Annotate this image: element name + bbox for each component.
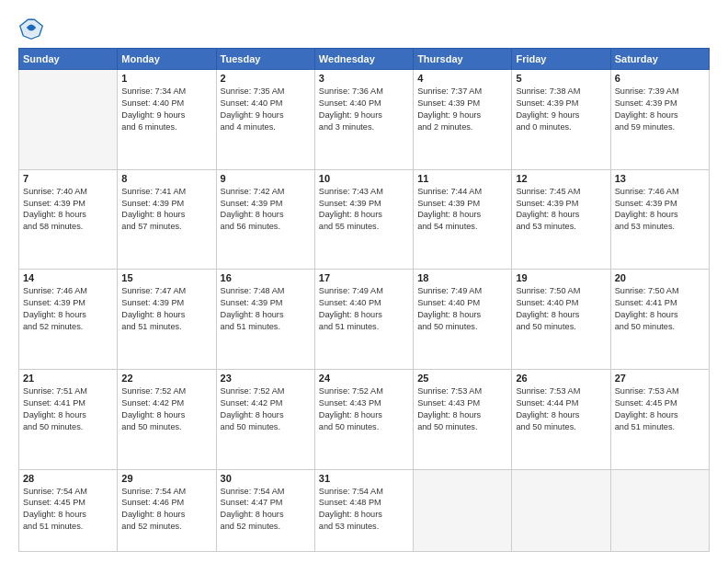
- day-info: Sunrise: 7:50 AM Sunset: 4:41 PM Dayligh…: [615, 285, 705, 333]
- day-info: Sunrise: 7:36 AM Sunset: 4:40 PM Dayligh…: [319, 86, 409, 133]
- day-info: Sunrise: 7:54 AM Sunset: 4:45 PM Dayligh…: [23, 486, 113, 534]
- day-info: Sunrise: 7:41 AM Sunset: 4:39 PM Dayligh…: [121, 186, 211, 234]
- day-info: Sunrise: 7:54 AM Sunset: 4:46 PM Dayligh…: [121, 486, 211, 534]
- day-info: Sunrise: 7:49 AM Sunset: 4:40 PM Dayligh…: [417, 285, 507, 333]
- day-number: 15: [121, 272, 211, 283]
- day-number: 1: [121, 73, 211, 84]
- day-number: 24: [319, 373, 409, 384]
- day-number: 4: [417, 73, 507, 84]
- weekday-header-wednesday: Wednesday: [314, 49, 413, 70]
- day-info: Sunrise: 7:47 AM Sunset: 4:39 PM Dayligh…: [121, 285, 211, 333]
- calendar-cell: 16Sunrise: 7:48 AM Sunset: 4:39 PM Dayli…: [216, 270, 314, 370]
- day-number: 20: [615, 272, 705, 283]
- calendar-cell: 15Sunrise: 7:47 AM Sunset: 4:39 PM Dayli…: [118, 270, 216, 370]
- day-number: 31: [319, 473, 409, 484]
- day-number: 9: [221, 173, 311, 184]
- calendar-cell: 7Sunrise: 7:40 AM Sunset: 4:39 PM Daylig…: [19, 169, 118, 270]
- day-number: 16: [221, 272, 311, 283]
- calendar-cell: 14Sunrise: 7:46 AM Sunset: 4:39 PM Dayli…: [19, 270, 118, 370]
- day-number: 25: [417, 373, 507, 384]
- calendar-cell: 19Sunrise: 7:50 AM Sunset: 4:40 PM Dayli…: [512, 270, 610, 370]
- weekday-header-tuesday: Tuesday: [216, 49, 314, 70]
- day-info: Sunrise: 7:44 AM Sunset: 4:39 PM Dayligh…: [417, 186, 507, 234]
- weekday-header-saturday: Saturday: [610, 49, 709, 70]
- day-number: 27: [615, 373, 705, 384]
- calendar-cell: 21Sunrise: 7:51 AM Sunset: 4:41 PM Dayli…: [19, 369, 118, 469]
- calendar-cell: 10Sunrise: 7:43 AM Sunset: 4:39 PM Dayli…: [314, 169, 413, 270]
- calendar-cell: 30Sunrise: 7:54 AM Sunset: 4:47 PM Dayli…: [216, 469, 314, 552]
- day-info: Sunrise: 7:46 AM Sunset: 4:39 PM Dayligh…: [23, 285, 113, 333]
- calendar-cell: 18Sunrise: 7:49 AM Sunset: 4:40 PM Dayli…: [414, 270, 512, 370]
- day-number: 2: [221, 73, 311, 84]
- day-info: Sunrise: 7:53 AM Sunset: 4:44 PM Dayligh…: [516, 385, 606, 433]
- day-number: 29: [121, 473, 211, 484]
- day-info: Sunrise: 7:52 AM Sunset: 4:42 PM Dayligh…: [221, 385, 311, 433]
- day-info: Sunrise: 7:51 AM Sunset: 4:41 PM Dayligh…: [23, 385, 113, 433]
- calendar-cell: 20Sunrise: 7:50 AM Sunset: 4:41 PM Dayli…: [610, 270, 709, 370]
- calendar-cell: 24Sunrise: 7:52 AM Sunset: 4:43 PM Dayli…: [314, 369, 413, 469]
- logo: [18, 15, 48, 40]
- calendar-cell: [414, 469, 512, 552]
- day-info: Sunrise: 7:35 AM Sunset: 4:40 PM Dayligh…: [221, 86, 311, 133]
- day-number: 6: [615, 73, 705, 84]
- day-info: Sunrise: 7:54 AM Sunset: 4:47 PM Dayligh…: [221, 486, 311, 534]
- calendar-cell: 8Sunrise: 7:41 AM Sunset: 4:39 PM Daylig…: [118, 169, 216, 270]
- day-info: Sunrise: 7:38 AM Sunset: 4:39 PM Dayligh…: [516, 86, 606, 133]
- day-info: Sunrise: 7:50 AM Sunset: 4:40 PM Dayligh…: [516, 285, 606, 333]
- day-number: 7: [23, 173, 113, 184]
- day-info: Sunrise: 7:34 AM Sunset: 4:40 PM Dayligh…: [121, 86, 211, 133]
- calendar-cell: 28Sunrise: 7:54 AM Sunset: 4:45 PM Dayli…: [19, 469, 118, 552]
- day-number: 11: [417, 173, 507, 184]
- day-number: 21: [23, 373, 113, 384]
- day-number: 14: [23, 272, 113, 283]
- day-info: Sunrise: 7:53 AM Sunset: 4:43 PM Dayligh…: [417, 385, 507, 433]
- day-number: 26: [516, 373, 606, 384]
- calendar-cell: [512, 469, 610, 552]
- day-number: 5: [516, 73, 606, 84]
- calendar-cell: 4Sunrise: 7:37 AM Sunset: 4:39 PM Daylig…: [414, 70, 512, 170]
- day-info: Sunrise: 7:39 AM Sunset: 4:39 PM Dayligh…: [615, 86, 705, 133]
- calendar-cell: 25Sunrise: 7:53 AM Sunset: 4:43 PM Dayli…: [414, 369, 512, 469]
- calendar-cell: 1Sunrise: 7:34 AM Sunset: 4:40 PM Daylig…: [118, 70, 216, 170]
- calendar-cell: [610, 469, 709, 552]
- calendar-cell: 29Sunrise: 7:54 AM Sunset: 4:46 PM Dayli…: [118, 469, 216, 552]
- calendar-cell: 6Sunrise: 7:39 AM Sunset: 4:39 PM Daylig…: [610, 70, 709, 170]
- weekday-header-sunday: Sunday: [19, 49, 118, 70]
- day-number: 22: [121, 373, 211, 384]
- calendar-cell: 27Sunrise: 7:53 AM Sunset: 4:45 PM Dayli…: [610, 369, 709, 469]
- day-info: Sunrise: 7:43 AM Sunset: 4:39 PM Dayligh…: [319, 186, 409, 234]
- calendar-cell: 17Sunrise: 7:49 AM Sunset: 4:40 PM Dayli…: [314, 270, 413, 370]
- day-number: 19: [516, 272, 606, 283]
- calendar-cell: 9Sunrise: 7:42 AM Sunset: 4:39 PM Daylig…: [216, 169, 314, 270]
- calendar-cell: 2Sunrise: 7:35 AM Sunset: 4:40 PM Daylig…: [216, 70, 314, 170]
- calendar-week-row: 14Sunrise: 7:46 AM Sunset: 4:39 PM Dayli…: [19, 270, 710, 370]
- calendar-cell: 13Sunrise: 7:46 AM Sunset: 4:39 PM Dayli…: [610, 169, 709, 270]
- calendar-cell: 12Sunrise: 7:45 AM Sunset: 4:39 PM Dayli…: [512, 169, 610, 270]
- day-info: Sunrise: 7:37 AM Sunset: 4:39 PM Dayligh…: [417, 86, 507, 133]
- calendar-week-row: 1Sunrise: 7:34 AM Sunset: 4:40 PM Daylig…: [19, 70, 710, 170]
- day-number: 28: [23, 473, 113, 484]
- day-info: Sunrise: 7:45 AM Sunset: 4:39 PM Dayligh…: [516, 186, 606, 234]
- day-number: 8: [121, 173, 211, 184]
- weekday-header-row: SundayMondayTuesdayWednesdayThursdayFrid…: [19, 49, 710, 70]
- day-info: Sunrise: 7:49 AM Sunset: 4:40 PM Dayligh…: [319, 285, 409, 333]
- header: [18, 15, 710, 40]
- day-number: 10: [319, 173, 409, 184]
- day-info: Sunrise: 7:52 AM Sunset: 4:43 PM Dayligh…: [319, 385, 409, 433]
- page-container: SundayMondayTuesdayWednesdayThursdayFrid…: [0, 0, 728, 563]
- day-info: Sunrise: 7:42 AM Sunset: 4:39 PM Dayligh…: [221, 186, 311, 234]
- calendar-cell: 23Sunrise: 7:52 AM Sunset: 4:42 PM Dayli…: [216, 369, 314, 469]
- calendar-week-row: 7Sunrise: 7:40 AM Sunset: 4:39 PM Daylig…: [19, 169, 710, 270]
- calendar-cell: 22Sunrise: 7:52 AM Sunset: 4:42 PM Dayli…: [118, 369, 216, 469]
- day-number: 30: [221, 473, 311, 484]
- day-info: Sunrise: 7:46 AM Sunset: 4:39 PM Dayligh…: [615, 186, 705, 234]
- calendar-cell: 5Sunrise: 7:38 AM Sunset: 4:39 PM Daylig…: [512, 70, 610, 170]
- calendar-cell: [19, 70, 118, 170]
- calendar-cell: 11Sunrise: 7:44 AM Sunset: 4:39 PM Dayli…: [414, 169, 512, 270]
- day-number: 3: [319, 73, 409, 84]
- weekday-header-friday: Friday: [512, 49, 610, 70]
- weekday-header-monday: Monday: [118, 49, 216, 70]
- day-info: Sunrise: 7:54 AM Sunset: 4:48 PM Dayligh…: [319, 486, 409, 534]
- calendar-cell: 26Sunrise: 7:53 AM Sunset: 4:44 PM Dayli…: [512, 369, 610, 469]
- day-info: Sunrise: 7:53 AM Sunset: 4:45 PM Dayligh…: [615, 385, 705, 433]
